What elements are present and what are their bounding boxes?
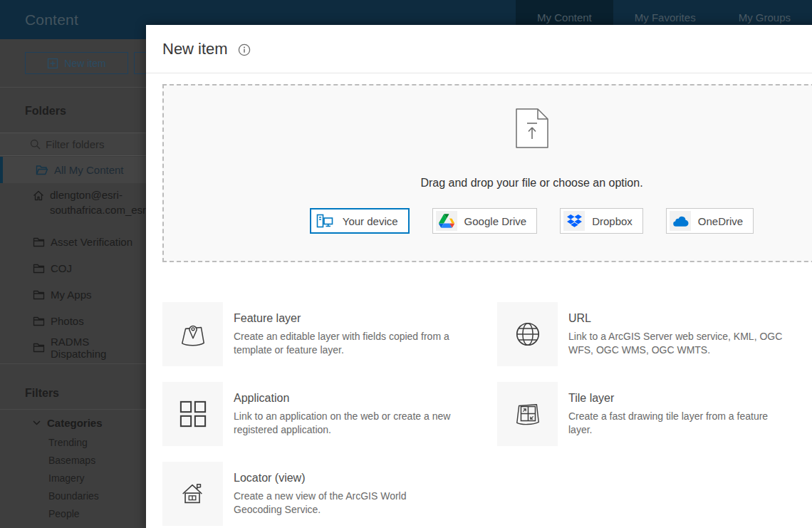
folder-icon [33, 343, 45, 353]
divider [0, 363, 146, 364]
info-icon[interactable] [238, 43, 251, 56]
new-item-button[interactable]: New item [25, 52, 128, 74]
file-dropzone[interactable]: Drag and drop your file or choose an opt… [162, 84, 812, 262]
divider [0, 87, 146, 88]
folder-icon [33, 264, 45, 274]
onedrive-label: OneDrive [698, 215, 743, 227]
categories-heading: Categories [47, 417, 103, 429]
item-type-description: Create a fast drawing tile layer from a … [568, 410, 789, 437]
folder-icon [33, 237, 45, 247]
new-item-dialog: New item Drag and drop your file or choo… [146, 25, 812, 528]
categories-toggle[interactable]: Categories [33, 417, 103, 429]
user-folder-line1: dlengton@esri- [50, 187, 146, 202]
filter-folders-input[interactable] [46, 138, 138, 150]
onedrive-button[interactable]: OneDrive [666, 208, 754, 234]
item-type-url[interactable]: URL Link to a ArcGIS Server web service,… [497, 302, 812, 382]
item-type-description: Create an editable layer with fields cop… [234, 330, 453, 357]
search-icon [30, 139, 41, 150]
sidebar-item-all-my-content[interactable]: All My Content [0, 157, 146, 183]
category-item[interactable]: Imagery [48, 472, 99, 490]
item-type-title: Locator (view) [234, 472, 453, 485]
sidebar-item-folder[interactable]: RADMS Dispatching [0, 334, 146, 361]
category-item[interactable]: Boundaries [48, 490, 99, 508]
dialog-header: New item [146, 25, 812, 73]
your-device-button[interactable]: Your device [310, 208, 410, 234]
dropbox-button[interactable]: Dropbox [560, 208, 643, 234]
plus-square-icon [47, 58, 58, 69]
globe-icon [497, 302, 558, 366]
item-type-grid: Feature layer Create an editable layer w… [162, 302, 812, 528]
item-type-description: Create a new view of the ArcGIS World Ge… [234, 490, 453, 517]
page-title: Content [25, 11, 78, 29]
item-type-feature-layer[interactable]: Feature layer Create an editable layer w… [162, 302, 497, 382]
folder-icon [33, 316, 45, 326]
onedrive-icon [670, 211, 691, 231]
device-icon [314, 211, 335, 231]
item-type-description: Link to a ArcGIS Server web service, KML… [568, 330, 789, 357]
folder-list: Asset Verification COJ My Apps P [0, 229, 146, 361]
sidebar-item-folder[interactable]: My Apps [0, 281, 146, 308]
google-drive-icon [436, 211, 457, 231]
category-item[interactable]: People [48, 508, 99, 526]
folder-label: Photos [51, 315, 84, 327]
folder-label: COJ [51, 262, 72, 274]
google-drive-button[interactable]: Google Drive [432, 208, 538, 234]
category-list: Trending Basemaps Imagery Boundaries Peo… [48, 437, 99, 526]
sidebar-item-folder[interactable]: Asset Verification [0, 229, 146, 255]
filters-heading: Filters [25, 387, 59, 400]
folder-label: RADMS Dispatching [51, 336, 146, 360]
filter-folders-field[interactable] [0, 133, 146, 156]
item-type-locator-view[interactable]: Locator (view) Create a new view of the … [162, 462, 497, 528]
category-item[interactable]: Trending [48, 437, 99, 455]
item-type-title: Feature layer [234, 312, 453, 325]
new-item-label: New item [64, 58, 105, 69]
upload-file-icon [516, 108, 548, 148]
sidebar-item-folder[interactable]: COJ [0, 255, 146, 281]
dropbox-icon [563, 211, 585, 231]
divider [0, 409, 146, 410]
dialog-title: New item [162, 40, 228, 58]
tile-layer-icon [497, 382, 558, 446]
sidebar-item-label: All My Content [54, 164, 124, 176]
item-type-application[interactable]: Application Link to an application on th… [162, 382, 497, 462]
locator-house-icon [162, 462, 223, 526]
chevron-down-icon [33, 420, 41, 425]
your-device-label: Your device [343, 215, 398, 227]
dropbox-label: Dropbox [592, 215, 633, 227]
category-item[interactable]: Basemaps [48, 455, 99, 472]
source-buttons: Your device Google Drive [310, 208, 754, 234]
folders-heading: Folders [25, 105, 66, 118]
item-type-title: Tile layer [568, 392, 789, 405]
folder-icon [33, 290, 45, 300]
feature-layer-icon [162, 302, 223, 366]
item-type-description: Link to an application on the web or cre… [234, 410, 453, 437]
folder-label: Asset Verification [51, 236, 132, 248]
item-type-tile-layer[interactable]: Tile layer Create a fast drawing tile la… [497, 382, 812, 462]
app-grid-icon [162, 382, 223, 446]
sidebar-item-folder[interactable]: Photos [0, 308, 146, 334]
item-type-title: Application [234, 392, 453, 405]
user-folder-line2: southafrica.com_esriz [50, 202, 146, 217]
home-icon [33, 190, 44, 201]
folder-label: My Apps [51, 289, 92, 301]
dropzone-text: Drag and drop your file or choose an opt… [420, 177, 642, 190]
item-type-title: URL [568, 312, 789, 325]
folder-open-icon [36, 165, 48, 175]
google-drive-label: Google Drive [464, 215, 527, 227]
sidebar-item-user-folder[interactable]: dlengton@esri- southafrica.com_esriz [0, 187, 146, 217]
